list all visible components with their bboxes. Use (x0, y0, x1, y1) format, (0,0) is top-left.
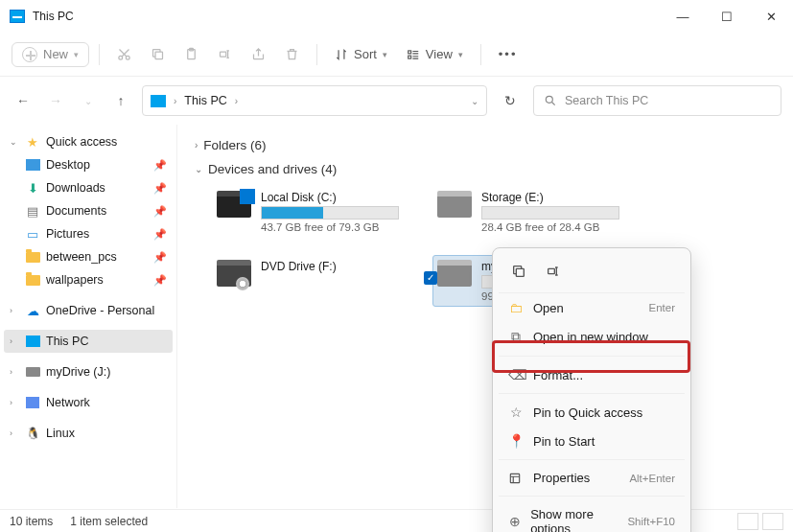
context-label: Pin to Start (533, 434, 595, 449)
drive-free: 43.7 GB free of 79.3 GB (261, 221, 399, 233)
context-properties[interactable]: Properties Alt+Enter (499, 464, 685, 492)
expand-icon[interactable]: › (10, 336, 19, 346)
expand-icon[interactable]: › (10, 398, 19, 407)
network-icon (25, 396, 40, 409)
sidebar-item-network[interactable]: › Network (4, 391, 173, 414)
pin-icon: 📌 (153, 228, 167, 241)
new-window-icon: ⧉ (508, 329, 524, 345)
rename-button[interactable] (539, 258, 568, 285)
collapse-icon[interactable]: ⌄ (10, 137, 19, 147)
paste-button[interactable] (176, 41, 206, 67)
view-button[interactable]: View ▾ (399, 41, 471, 67)
expand-icon[interactable]: › (10, 367, 19, 377)
sidebar-item-label: myDrive (J:) (46, 365, 110, 379)
sidebar-item-onedrive[interactable]: › ☁ OneDrive - Personal (4, 299, 173, 322)
sidebar-item-downloads[interactable]: ⬇ Downloads 📌 (4, 176, 173, 199)
more-button[interactable]: ••• (491, 41, 525, 67)
refresh-button[interactable]: ↻ (497, 93, 524, 108)
folder-icon (25, 273, 40, 287)
drive-icon (25, 365, 40, 379)
status-selected: 1 item selected (70, 515, 148, 528)
downloads-icon: ⬇ (25, 181, 40, 195)
app-icon (10, 10, 25, 23)
sidebar-item-label: Downloads (46, 181, 105, 195)
sidebar-item-label: Documents (46, 204, 106, 218)
context-menu: 🗀 Open Enter ⧉ Open in new window ⌫ Form… (492, 247, 691, 532)
context-open[interactable]: 🗀 Open Enter (499, 293, 685, 322)
rename-button[interactable] (210, 41, 240, 67)
details-view-button[interactable] (737, 513, 758, 530)
sort-icon (335, 48, 348, 61)
new-button[interactable]: New ▾ (12, 42, 89, 67)
sidebar-item-desktop[interactable]: Desktop 📌 (4, 153, 173, 176)
command-bar: New ▾ Sort ▾ View ▾ ••• (0, 33, 793, 77)
icons-view-button[interactable] (762, 513, 783, 530)
documents-icon: ▤ (25, 204, 40, 218)
share-button[interactable] (244, 41, 273, 67)
sidebar-item-mydrive[interactable]: › myDrive (J:) (4, 360, 173, 383)
chevron-right-icon: › (235, 96, 238, 106)
chevron-right-icon: › (174, 96, 176, 106)
delete-button[interactable] (277, 41, 307, 67)
drive-name: Storage (E:) (481, 191, 619, 204)
recent-dropdown[interactable]: ⌄ (77, 96, 100, 106)
history-chevron-icon[interactable]: ⌄ (471, 96, 478, 106)
group-drives[interactable]: ⌄ Devices and drives (4) (195, 162, 776, 176)
up-button[interactable]: ↑ (109, 93, 132, 108)
context-format[interactable]: ⌫ Format... (499, 360, 685, 389)
svg-point-0 (119, 56, 123, 59)
copy-button[interactable] (143, 41, 173, 67)
format-icon: ⌫ (508, 367, 524, 382)
context-open-new-window[interactable]: ⧉ Open in new window (499, 322, 685, 352)
sidebar-item-this-pc[interactable]: › This PC (4, 330, 173, 353)
sidebar-item-linux[interactable]: › 🐧 Linux (4, 422, 173, 445)
context-shortcut: Shift+F10 (627, 516, 675, 527)
forward-button[interactable]: → (44, 93, 67, 108)
context-pin-quick-access[interactable]: ☆ Pin to Quick access (499, 398, 685, 427)
chevron-down-icon: ▾ (74, 50, 79, 59)
svg-point-8 (546, 96, 552, 103)
sidebar-item-pictures[interactable]: ▭ Pictures 📌 (4, 222, 173, 245)
address-bar[interactable]: › This PC › ⌄ (142, 85, 487, 116)
sidebar-item-label: Linux (46, 427, 75, 440)
group-folders[interactable]: › Folders (6) (195, 138, 776, 152)
minimize-button[interactable]: ― (661, 0, 705, 33)
breadcrumb[interactable]: This PC (184, 94, 226, 107)
chevron-down-icon: ▾ (383, 50, 387, 59)
pin-icon: 📌 (153, 251, 167, 264)
close-button[interactable]: ✕ (749, 0, 793, 33)
svg-point-1 (126, 56, 129, 59)
drive-free: 28.4 GB free of 28.4 GB (481, 221, 619, 233)
sidebar-item-between-pcs[interactable]: between_pcs 📌 (4, 245, 173, 268)
drive-e[interactable]: Storage (E:) 28.4 GB free of 28.4 GB (432, 186, 624, 238)
navigation-pane: ⌄ ★ Quick access Desktop 📌 ⬇ Downloads 📌… (0, 125, 177, 508)
sidebar-item-wallpapers[interactable]: wallpapers 📌 (4, 268, 173, 291)
chevron-right-icon: › (195, 140, 198, 150)
cut-icon (117, 47, 131, 61)
search-box[interactable]: Search This PC (533, 85, 781, 116)
svg-rect-11 (510, 474, 519, 482)
svg-rect-9 (516, 268, 524, 276)
back-button[interactable]: ← (12, 93, 35, 108)
context-label: Properties (533, 471, 590, 485)
group-label: Folders (6) (203, 138, 266, 152)
expand-icon[interactable]: › (10, 428, 19, 438)
context-label: Open in new window (533, 330, 648, 344)
copy-button[interactable] (504, 258, 533, 285)
context-pin-start[interactable]: 📍 Pin to Start (499, 427, 685, 455)
sidebar-item-documents[interactable]: ▤ Documents 📌 (4, 199, 173, 222)
drive-c[interactable]: Local Disk (C:) 43.7 GB free of 79.3 GB (212, 186, 404, 238)
svg-rect-7 (408, 56, 411, 58)
sidebar-item-quick-access[interactable]: ⌄ ★ Quick access (4, 130, 173, 153)
sort-button[interactable]: Sort ▾ (327, 41, 395, 67)
search-icon (544, 94, 557, 107)
drive-f[interactable]: DVD Drive (F:) (212, 255, 404, 307)
svg-rect-5 (221, 52, 226, 57)
maximize-button[interactable]: ☐ (705, 0, 749, 33)
context-show-more[interactable]: ⊕ Show more options Shift+F10 (499, 500, 685, 532)
content-pane: › Folders (6) ⌄ Devices and drives (4) L… (177, 125, 793, 508)
window-title: This PC (33, 10, 74, 23)
cut-button[interactable] (109, 41, 139, 67)
sort-label: Sort (354, 47, 377, 61)
expand-icon[interactable]: › (10, 306, 19, 315)
